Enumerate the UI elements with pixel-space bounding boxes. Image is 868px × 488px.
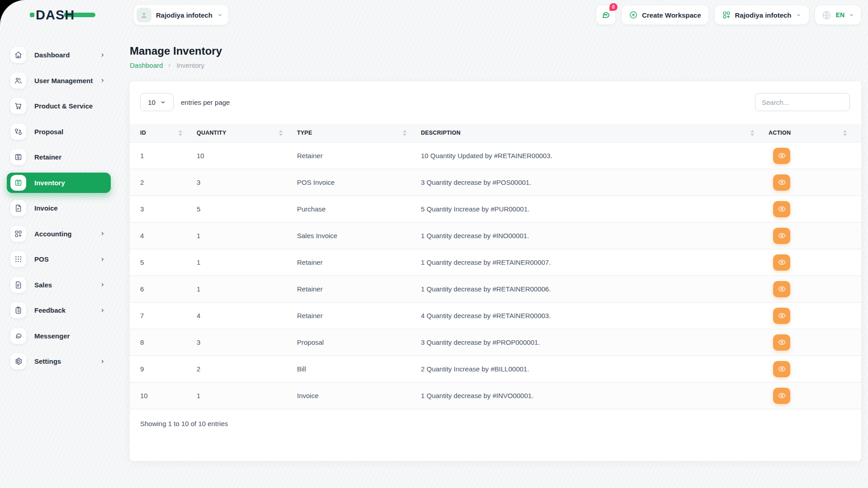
view-button[interactable] [773, 201, 790, 217]
workspace-selector[interactable]: Rajodiya infotech [715, 5, 809, 24]
swap-boxes-icon [10, 124, 26, 140]
sidebar-item-accounting[interactable]: Accounting [7, 224, 111, 244]
search-input[interactable] [755, 93, 850, 111]
chat-bubble-icon [600, 10, 611, 20]
column-header-quantity[interactable]: QUANTITY [197, 124, 297, 142]
eye-icon [778, 178, 786, 187]
chevron-right-icon [100, 282, 105, 287]
cell-description: 2 Quantity Increase by #BILL00001. [421, 356, 769, 382]
cell-type: Retainer [297, 249, 421, 276]
cell-type: Purchase [297, 196, 421, 222]
chevron-down-icon [217, 12, 223, 18]
create-workspace-button[interactable]: Create Workspace [622, 5, 708, 24]
sidebar-item-label: Dashboard [34, 51, 70, 59]
sidebar-item-feedback[interactable]: Feedback [7, 300, 111, 320]
company-selector[interactable]: Rajodiya infotech [134, 5, 228, 25]
language-selector[interactable]: EN [815, 5, 861, 24]
column-header-action[interactable]: ACTION [769, 124, 861, 142]
cell-action [769, 249, 861, 276]
eye-icon [778, 285, 786, 293]
sidebar-item-label: Product & Service [34, 102, 93, 110]
sidebar-item-label: Proposal [34, 128, 63, 136]
breadcrumb: Dashboard Inventory [130, 61, 861, 69]
brand-logo[interactable]: DASH [30, 7, 75, 23]
sidebar-item-retainer[interactable]: Retainer [7, 147, 111, 167]
cell-id: 9 [130, 356, 197, 382]
eye-icon [778, 258, 786, 267]
cell-id: 4 [130, 222, 197, 249]
messages-badge: 0 [609, 3, 618, 11]
column-header-description[interactable]: DESCRIPTION [421, 124, 769, 142]
company-name: Rajodiya infotech [156, 11, 212, 19]
sidebar-item-inventory[interactable]: Inventory [7, 173, 111, 193]
cell-description: 3 Quantity decrease by #PROP000001. [421, 329, 769, 356]
chevron-right-icon [100, 78, 105, 83]
cell-description: 4 Quantity decrease by #RETAINER00003. [421, 302, 769, 329]
sidebar-item-proposal[interactable]: Proposal [7, 122, 111, 142]
column-header-id[interactable]: ID [130, 124, 197, 142]
sidebar-item-messenger[interactable]: Messenger [7, 326, 111, 346]
table-row: 4 1 Sales Invoice 1 Quantity decrease by… [130, 222, 861, 249]
chevron-right-icon [100, 308, 105, 313]
breadcrumb-dashboard-link[interactable]: Dashboard [130, 61, 163, 69]
cell-id: 10 [130, 382, 197, 409]
view-button[interactable] [773, 228, 790, 244]
eye-icon [778, 338, 786, 347]
messages-button[interactable]: 0 [596, 5, 615, 24]
save-icon [10, 175, 26, 191]
entries-per-page-label: entries per page [181, 99, 230, 106]
cell-id: 8 [130, 329, 197, 356]
logo-area: DASH [0, 7, 118, 23]
globe-icon [821, 10, 832, 20]
sidebar-item-invoice[interactable]: Invoice [7, 198, 111, 218]
sidebar-item-label: Messenger [34, 332, 70, 340]
view-button[interactable] [773, 174, 790, 191]
cell-type: Proposal [297, 329, 421, 356]
view-button[interactable] [773, 148, 790, 164]
chevron-right-icon [100, 52, 105, 58]
sidebar-item-settings[interactable]: Settings [7, 351, 111, 371]
sidebar-item-dashboard[interactable]: Dashboard [7, 45, 111, 65]
sidebar-item-label: Accounting [34, 230, 72, 238]
table-row: 3 5 Purchase 5 Quantity Increase by #PUR… [130, 196, 861, 222]
sidebar-item-product-service[interactable]: Product & Service [7, 96, 111, 116]
file-icon [10, 200, 26, 216]
cell-action [769, 169, 861, 196]
cell-quantity: 5 [197, 196, 297, 222]
cell-description: 1 Quantity decrease by #INVO00001. [421, 382, 769, 409]
chevron-right-icon [100, 257, 105, 262]
cell-quantity: 1 [197, 222, 297, 249]
logo-dot-accent [30, 13, 34, 17]
cell-type: POS Invoice [297, 169, 421, 196]
table-controls: 10 entries per page [130, 81, 861, 111]
sidebar: Dashboard User Management Product & Serv… [0, 30, 118, 488]
view-button[interactable] [773, 281, 790, 297]
view-button[interactable] [773, 308, 790, 324]
sidebar-item-sales[interactable]: Sales [7, 275, 111, 295]
gear-icon [10, 353, 26, 369]
view-button[interactable] [773, 254, 790, 271]
chevron-down-icon [796, 12, 802, 18]
cell-action [769, 276, 861, 302]
cell-description: 1 Quantity decrease by #INO00001. [421, 222, 769, 249]
grid-plus-icon [10, 226, 26, 242]
column-header-type[interactable]: TYPE [297, 124, 421, 142]
cell-description: 5 Quantity Increase by #PUR00001. [421, 196, 769, 222]
page-size-select[interactable]: 10 [140, 93, 174, 111]
workspace-grid-icon [722, 10, 731, 19]
cell-action [769, 222, 861, 249]
view-button[interactable] [773, 388, 790, 404]
sidebar-item-user-management[interactable]: User Management [7, 70, 111, 91]
table-row: 5 1 Retainer 1 Quantity decrease by #RET… [130, 249, 861, 276]
table-row: 7 4 Retainer 4 Quantity decrease by #RET… [130, 302, 861, 329]
view-button[interactable] [773, 334, 790, 351]
cell-action [769, 329, 861, 356]
sidebar-item-pos[interactable]: POS [7, 249, 111, 269]
cell-id: 1 [130, 142, 197, 169]
topbar-main: Rajodiya infotech 0 Create Workspace Raj… [118, 5, 868, 25]
cell-action [769, 382, 861, 409]
cell-type: Sales Invoice [297, 222, 421, 249]
cell-quantity: 4 [197, 302, 297, 329]
view-button[interactable] [773, 361, 790, 377]
chevron-right-icon [100, 231, 105, 236]
